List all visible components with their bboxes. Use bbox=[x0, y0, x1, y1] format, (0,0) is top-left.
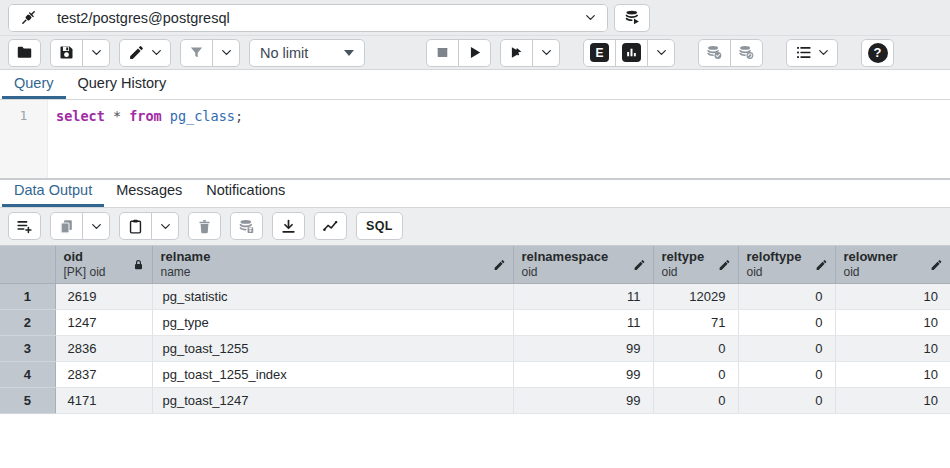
cell[interactable]: 71 bbox=[653, 310, 738, 336]
cell[interactable]: 12029 bbox=[653, 284, 738, 310]
cell[interactable]: 0 bbox=[738, 388, 835, 414]
commit-button[interactable] bbox=[698, 39, 731, 67]
cell[interactable]: pg_toast_1255 bbox=[152, 336, 513, 362]
row-number[interactable]: 3 bbox=[0, 336, 55, 362]
cell[interactable]: pg_toast_1247 bbox=[152, 388, 513, 414]
column-header-relname[interactable]: relname name bbox=[152, 246, 513, 284]
column-header-oid[interactable]: oid [PK] oid bbox=[55, 246, 152, 284]
execute-to-cursor-icon bbox=[508, 44, 525, 61]
connection-bar: test2/postgres@postgresql bbox=[0, 0, 950, 36]
row-number[interactable]: 4 bbox=[0, 362, 55, 388]
cell[interactable]: 0 bbox=[738, 284, 835, 310]
cell[interactable]: 10 bbox=[835, 284, 950, 310]
tab-query-history[interactable]: Query History bbox=[66, 69, 179, 99]
tab-data-output[interactable]: Data Output bbox=[2, 177, 104, 207]
row-number[interactable]: 1 bbox=[0, 284, 55, 310]
explain-options-button[interactable] bbox=[647, 39, 675, 67]
help-button[interactable]: ? bbox=[861, 39, 894, 67]
editor-tabbar: Query Query History bbox=[0, 70, 950, 100]
cancel-query-button[interactable] bbox=[426, 39, 459, 67]
column-header-reloftype[interactable]: reloftype oid bbox=[738, 246, 835, 284]
paste-button[interactable] bbox=[119, 212, 152, 240]
download-results-button[interactable] bbox=[272, 212, 305, 240]
filter-button[interactable] bbox=[180, 39, 213, 67]
cell[interactable]: 2619 bbox=[55, 284, 152, 310]
cell[interactable]: 99 bbox=[513, 362, 653, 388]
graph-visualiser-button[interactable] bbox=[314, 212, 347, 240]
cell[interactable]: 99 bbox=[513, 388, 653, 414]
pencil-icon bbox=[493, 258, 506, 271]
sql-operator: * bbox=[113, 108, 121, 124]
pgadmin-query-tool: test2/postgres@postgresql bbox=[0, 0, 950, 468]
copy-options-button[interactable] bbox=[82, 212, 110, 240]
execute-icon bbox=[466, 44, 483, 61]
execute-options-button[interactable] bbox=[500, 39, 533, 67]
explain-analyze-button[interactable] bbox=[615, 39, 648, 67]
explain-icon: E bbox=[590, 43, 609, 62]
editor-code-area[interactable]: select * from pg_class; bbox=[48, 100, 950, 178]
cell[interactable]: 0 bbox=[653, 362, 738, 388]
select-all-corner[interactable] bbox=[0, 246, 55, 284]
cell[interactable]: 0 bbox=[653, 388, 738, 414]
explain-analyze-icon bbox=[622, 43, 641, 62]
cell[interactable]: 1247 bbox=[55, 310, 152, 336]
cell[interactable]: 10 bbox=[835, 310, 950, 336]
cell[interactable]: 10 bbox=[835, 388, 950, 414]
tab-query[interactable]: Query bbox=[2, 69, 66, 99]
tab-notifications[interactable]: Notifications bbox=[194, 177, 297, 207]
column-header-relowner[interactable]: relowner oid bbox=[835, 246, 950, 284]
explain-button[interactable]: E bbox=[583, 39, 616, 67]
chevron-down-icon bbox=[584, 11, 597, 24]
row-number[interactable]: 2 bbox=[0, 310, 55, 336]
cell[interactable]: 11 bbox=[513, 310, 653, 336]
rollback-button[interactable] bbox=[730, 39, 763, 67]
cell[interactable]: 2837 bbox=[55, 362, 152, 388]
sql-keyword: from bbox=[129, 108, 162, 124]
save-data-changes-button[interactable] bbox=[230, 212, 263, 240]
tab-messages[interactable]: Messages bbox=[104, 177, 194, 207]
delete-row-button[interactable] bbox=[188, 212, 221, 240]
cell[interactable]: pg_type bbox=[152, 310, 513, 336]
execute-button[interactable] bbox=[458, 39, 491, 67]
connection-selector[interactable]: test2/postgres@postgresql bbox=[47, 5, 607, 31]
edit-menu-button[interactable] bbox=[119, 39, 171, 67]
filter-options-button[interactable] bbox=[212, 39, 240, 67]
open-file-button[interactable] bbox=[8, 39, 41, 67]
paste-options-button[interactable] bbox=[151, 212, 179, 240]
cell[interactable]: 0 bbox=[738, 310, 835, 336]
save-file-button[interactable] bbox=[50, 39, 83, 67]
execute-dropdown-button[interactable] bbox=[532, 39, 560, 67]
new-connection-button[interactable] bbox=[614, 4, 650, 32]
chevron-down-icon bbox=[540, 46, 553, 59]
chart-icon bbox=[322, 218, 339, 235]
sql-editor[interactable]: 1 select * from pg_class; bbox=[0, 100, 950, 178]
cell[interactable]: 10 bbox=[835, 336, 950, 362]
cell[interactable]: 10 bbox=[835, 362, 950, 388]
cell[interactable]: 0 bbox=[738, 362, 835, 388]
copy-button[interactable] bbox=[50, 212, 83, 240]
save-options-button[interactable] bbox=[82, 39, 110, 67]
cell[interactable]: pg_toast_1255_index bbox=[152, 362, 513, 388]
cell[interactable]: pg_statistic bbox=[152, 284, 513, 310]
macros-button[interactable] bbox=[786, 39, 838, 67]
cell[interactable]: 99 bbox=[513, 336, 653, 362]
sql-semicolon: ; bbox=[235, 108, 243, 124]
table-row: 1 2619 pg_statistic 11 12029 0 10 bbox=[0, 284, 950, 310]
connection-status-button[interactable] bbox=[9, 5, 47, 31]
row-limit-value: No limit bbox=[260, 45, 308, 61]
cell[interactable]: 4171 bbox=[55, 388, 152, 414]
cell[interactable]: 11 bbox=[513, 284, 653, 310]
cell[interactable]: 0 bbox=[653, 336, 738, 362]
show-sql-button[interactable]: SQL bbox=[356, 212, 403, 240]
add-row-button[interactable] bbox=[8, 212, 41, 240]
row-limit-select[interactable]: No limit bbox=[249, 39, 365, 67]
help-icon: ? bbox=[868, 43, 888, 63]
table-row: 5 4171 pg_toast_1247 99 0 0 10 bbox=[0, 388, 950, 414]
column-header-reltype[interactable]: reltype oid bbox=[653, 246, 738, 284]
column-header-relnamespace[interactable]: relnamespace oid bbox=[513, 246, 653, 284]
pencil-icon bbox=[815, 258, 828, 271]
row-number[interactable]: 5 bbox=[0, 388, 55, 414]
chevron-down-icon bbox=[90, 46, 103, 59]
cell[interactable]: 2836 bbox=[55, 336, 152, 362]
cell[interactable]: 0 bbox=[738, 336, 835, 362]
